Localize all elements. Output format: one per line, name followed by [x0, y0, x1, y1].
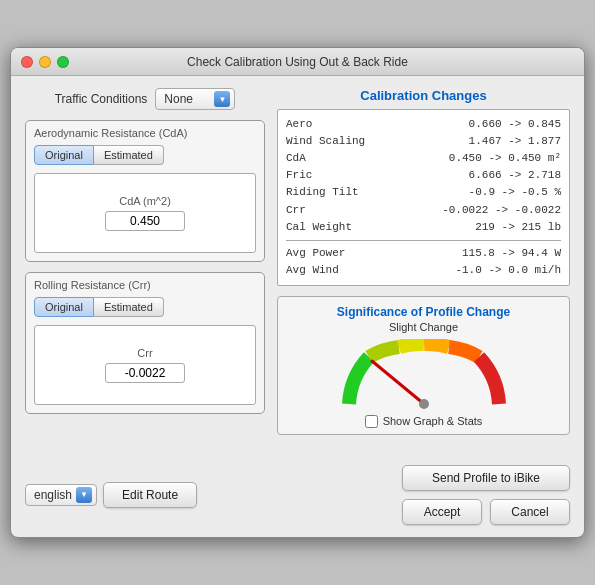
- calib-val-avgpower: 115.8 -> 94.4 W: [462, 245, 561, 262]
- calib-row-fric: Fric 6.666 -> 2.718: [286, 167, 561, 184]
- traffic-value: None: [164, 92, 214, 106]
- show-graph-label: Show Graph & Stats: [383, 415, 483, 427]
- calib-key-cda: CdA: [286, 150, 366, 167]
- svg-line-0: [372, 361, 424, 404]
- calib-val-weight: 219 -> 215 lb: [475, 219, 561, 236]
- aerodynamic-tabs: Original Estimated: [34, 145, 256, 165]
- rolling-inner: Crr: [34, 325, 256, 405]
- crr-tab-original[interactable]: Original: [34, 297, 94, 317]
- minimize-button[interactable]: [39, 56, 51, 68]
- calib-key-crr: Crr: [286, 202, 366, 219]
- calibration-table: Aero 0.660 -> 0.845 Wind Scaling 1.467 -…: [277, 109, 570, 285]
- cda-label: CdA (m^2): [119, 195, 171, 207]
- calib-val-tilt: -0.9 -> -0.5 %: [469, 184, 561, 201]
- titlebar: Check Calibration Using Out & Back Ride: [11, 48, 584, 76]
- bottom-right: Send Profile to iBike Accept Cancel: [402, 465, 570, 525]
- rolling-tabs: Original Estimated: [34, 297, 256, 317]
- calib-divider: [286, 240, 561, 241]
- calib-key-wind: Wind Scaling: [286, 133, 366, 150]
- maximize-button[interactable]: [57, 56, 69, 68]
- calib-row-avgwind: Avg Wind -1.0 -> 0.0 mi/h: [286, 262, 561, 279]
- left-panel: Traffic Conditions None ▼ Aerodynamic Re…: [25, 88, 265, 442]
- svg-point-1: [419, 399, 429, 409]
- calib-val-cda: 0.450 -> 0.450 m²: [449, 150, 561, 167]
- traffic-dropdown-arrow: ▼: [214, 91, 230, 107]
- calibration-title: Calibration Changes: [277, 88, 570, 103]
- calib-val-crr: -0.0022 -> -0.0022: [442, 202, 561, 219]
- accept-cancel-row: Accept Cancel: [402, 499, 570, 525]
- calib-key-avgpower: Avg Power: [286, 245, 366, 262]
- right-panel: Calibration Changes Aero 0.660 -> 0.845 …: [277, 88, 570, 442]
- calib-key-avgwind: Avg Wind: [286, 262, 366, 279]
- aero-tab-estimated[interactable]: Estimated: [94, 145, 164, 165]
- significance-title: Significance of Profile Change: [286, 305, 561, 319]
- show-graph-row: Show Graph & Stats: [286, 415, 561, 428]
- aerodynamic-inner: CdA (m^2): [34, 173, 256, 253]
- calib-val-wind: 1.467 -> 1.877: [469, 133, 561, 150]
- language-dropdown-arrow: ▼: [76, 487, 92, 503]
- calib-row-avgpower: Avg Power 115.8 -> 94.4 W: [286, 245, 561, 262]
- crr-label: Crr: [137, 347, 152, 359]
- rolling-title: Rolling Resistance (Crr): [34, 279, 256, 291]
- calib-key-aero: Aero: [286, 116, 366, 133]
- crr-tab-estimated[interactable]: Estimated: [94, 297, 164, 317]
- rolling-box: Rolling Resistance (Crr) Original Estima…: [25, 272, 265, 414]
- calib-row-tilt: Riding Tilt -0.9 -> -0.5 %: [286, 184, 561, 201]
- significance-subtitle: Slight Change: [286, 321, 561, 333]
- close-button[interactable]: [21, 56, 33, 68]
- content-area: Traffic Conditions None ▼ Aerodynamic Re…: [11, 76, 584, 456]
- crr-input[interactable]: [105, 363, 185, 383]
- calib-row-wind: Wind Scaling 1.467 -> 1.877: [286, 133, 561, 150]
- show-graph-checkbox[interactable]: [365, 415, 378, 428]
- calib-row-weight: Cal Weight 219 -> 215 lb: [286, 219, 561, 236]
- calib-key-weight: Cal Weight: [286, 219, 366, 236]
- aerodynamic-title: Aerodynamic Resistance (CdA): [34, 127, 256, 139]
- significance-section: Significance of Profile Change Slight Ch…: [277, 296, 570, 435]
- language-value: english: [34, 488, 72, 502]
- calib-row-cda: CdA 0.450 -> 0.450 m²: [286, 150, 561, 167]
- language-select[interactable]: english ▼: [25, 484, 97, 506]
- gauge-svg: [334, 339, 514, 409]
- traffic-select[interactable]: None ▼: [155, 88, 235, 110]
- calib-val-aero: 0.660 -> 0.845: [469, 116, 561, 133]
- bottom-left: english ▼ Edit Route: [25, 482, 197, 508]
- traffic-label: Traffic Conditions: [55, 92, 148, 106]
- window-title: Check Calibration Using Out & Back Ride: [187, 55, 408, 69]
- gauge-container: [286, 339, 561, 409]
- window-controls: [21, 56, 69, 68]
- main-window: Check Calibration Using Out & Back Ride …: [10, 47, 585, 537]
- send-profile-button[interactable]: Send Profile to iBike: [402, 465, 570, 491]
- aero-tab-original[interactable]: Original: [34, 145, 94, 165]
- aerodynamic-box: Aerodynamic Resistance (CdA) Original Es…: [25, 120, 265, 262]
- cda-input[interactable]: [105, 211, 185, 231]
- bottom-bar: english ▼ Edit Route Send Profile to iBi…: [11, 457, 584, 537]
- calib-key-tilt: Riding Tilt: [286, 184, 366, 201]
- calib-key-fric: Fric: [286, 167, 366, 184]
- calib-row-crr: Crr -0.0022 -> -0.0022: [286, 202, 561, 219]
- calib-val-fric: 6.666 -> 2.718: [469, 167, 561, 184]
- calib-row-aero: Aero 0.660 -> 0.845: [286, 116, 561, 133]
- cancel-button[interactable]: Cancel: [490, 499, 570, 525]
- accept-button[interactable]: Accept: [402, 499, 482, 525]
- traffic-row: Traffic Conditions None ▼: [25, 88, 265, 110]
- calib-val-avgwind: -1.0 -> 0.0 mi/h: [455, 262, 561, 279]
- edit-route-button[interactable]: Edit Route: [103, 482, 197, 508]
